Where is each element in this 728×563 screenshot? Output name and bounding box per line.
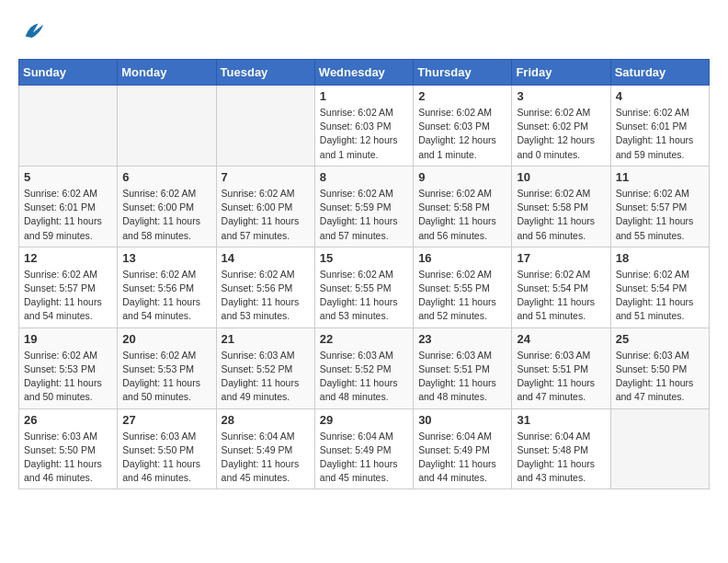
calendar-table: SundayMondayTuesdayWednesdayThursdayFrid… — [18, 59, 710, 489]
page-header — [18, 18, 710, 44]
calendar-cell: 3Sunrise: 6:02 AMSunset: 6:02 PMDaylight… — [512, 86, 610, 167]
day-info: Sunrise: 6:02 AMSunset: 6:01 PMDaylight:… — [24, 187, 112, 243]
logo — [18, 18, 46, 44]
calendar-cell: 29Sunrise: 6:04 AMSunset: 5:49 PMDayligh… — [314, 408, 413, 489]
day-number: 10 — [517, 170, 605, 184]
calendar-cell: 1Sunrise: 6:02 AMSunset: 6:03 PMDaylight… — [314, 86, 413, 167]
calendar-cell: 9Sunrise: 6:02 AMSunset: 5:58 PMDaylight… — [414, 166, 512, 247]
day-info: Sunrise: 6:02 AMSunset: 6:00 PMDaylight:… — [122, 187, 210, 243]
day-info: Sunrise: 6:03 AMSunset: 5:51 PMDaylight:… — [418, 349, 506, 405]
day-number: 21 — [222, 332, 310, 346]
day-number: 4 — [616, 89, 704, 103]
calendar-header-saturday: Saturday — [610, 60, 709, 86]
day-number: 9 — [418, 170, 506, 184]
day-number: 29 — [320, 413, 408, 427]
day-number: 28 — [222, 413, 310, 427]
calendar-cell: 28Sunrise: 6:04 AMSunset: 5:49 PMDayligh… — [216, 408, 314, 489]
calendar-cell — [19, 86, 118, 167]
day-number: 22 — [320, 332, 408, 346]
calendar-week-1: 1Sunrise: 6:02 AMSunset: 6:03 PMDaylight… — [19, 86, 710, 167]
day-number: 5 — [24, 170, 112, 184]
day-info: Sunrise: 6:04 AMSunset: 5:49 PMDaylight:… — [320, 430, 408, 486]
day-number: 31 — [517, 413, 605, 427]
calendar-cell: 12Sunrise: 6:02 AMSunset: 5:57 PMDayligh… — [19, 247, 118, 327]
day-info: Sunrise: 6:02 AMSunset: 6:03 PMDaylight:… — [320, 106, 408, 162]
calendar-cell: 27Sunrise: 6:03 AMSunset: 5:50 PMDayligh… — [118, 408, 216, 489]
calendar-header-wednesday: Wednesday — [314, 60, 413, 86]
calendar-cell: 30Sunrise: 6:04 AMSunset: 5:49 PMDayligh… — [414, 408, 512, 489]
calendar-cell: 22Sunrise: 6:03 AMSunset: 5:52 PMDayligh… — [314, 327, 413, 408]
calendar-cell — [216, 86, 314, 167]
calendar-cell: 21Sunrise: 6:03 AMSunset: 5:52 PMDayligh… — [216, 327, 314, 408]
calendar-cell: 8Sunrise: 6:02 AMSunset: 5:59 PMDaylight… — [314, 166, 413, 247]
day-info: Sunrise: 6:02 AMSunset: 5:55 PMDaylight:… — [418, 268, 506, 324]
day-info: Sunrise: 6:02 AMSunset: 5:59 PMDaylight:… — [320, 187, 408, 243]
day-number: 3 — [517, 89, 605, 103]
day-number: 1 — [320, 89, 408, 103]
day-info: Sunrise: 6:03 AMSunset: 5:50 PMDaylight:… — [122, 430, 210, 486]
calendar-cell: 4Sunrise: 6:02 AMSunset: 6:01 PMDaylight… — [610, 86, 709, 167]
day-info: Sunrise: 6:03 AMSunset: 5:50 PMDaylight:… — [24, 430, 112, 486]
day-number: 24 — [517, 332, 605, 346]
day-number: 6 — [122, 170, 210, 184]
calendar-header-friday: Friday — [512, 60, 610, 86]
day-info: Sunrise: 6:03 AMSunset: 5:52 PMDaylight:… — [320, 349, 408, 405]
day-info: Sunrise: 6:02 AMSunset: 5:57 PMDaylight:… — [24, 268, 112, 324]
calendar-header-sunday: Sunday — [19, 60, 118, 86]
calendar-cell: 15Sunrise: 6:02 AMSunset: 5:55 PMDayligh… — [314, 247, 413, 327]
calendar-cell: 19Sunrise: 6:02 AMSunset: 5:53 PMDayligh… — [19, 327, 118, 408]
day-info: Sunrise: 6:02 AMSunset: 6:01 PMDaylight:… — [616, 106, 704, 162]
calendar-cell: 5Sunrise: 6:02 AMSunset: 6:01 PMDaylight… — [19, 166, 118, 247]
day-info: Sunrise: 6:02 AMSunset: 5:58 PMDaylight:… — [418, 187, 506, 243]
day-info: Sunrise: 6:02 AMSunset: 5:54 PMDaylight:… — [616, 268, 704, 324]
day-info: Sunrise: 6:03 AMSunset: 5:51 PMDaylight:… — [517, 349, 605, 405]
day-number: 25 — [616, 332, 704, 346]
day-number: 2 — [418, 89, 506, 103]
day-number: 27 — [122, 413, 210, 427]
logo-icon — [20, 18, 46, 44]
day-number: 26 — [24, 413, 112, 427]
calendar-week-2: 5Sunrise: 6:02 AMSunset: 6:01 PMDaylight… — [19, 166, 710, 247]
day-number: 23 — [418, 332, 506, 346]
day-info: Sunrise: 6:02 AMSunset: 6:02 PMDaylight:… — [517, 106, 605, 162]
calendar-cell: 25Sunrise: 6:03 AMSunset: 5:50 PMDayligh… — [610, 327, 709, 408]
day-info: Sunrise: 6:04 AMSunset: 5:49 PMDaylight:… — [222, 430, 310, 486]
day-info: Sunrise: 6:02 AMSunset: 6:00 PMDaylight:… — [222, 187, 310, 243]
calendar-cell: 13Sunrise: 6:02 AMSunset: 5:56 PMDayligh… — [118, 247, 216, 327]
calendar-header-tuesday: Tuesday — [216, 60, 314, 86]
calendar-header-row: SundayMondayTuesdayWednesdayThursdayFrid… — [19, 60, 710, 86]
day-info: Sunrise: 6:03 AMSunset: 5:52 PMDaylight:… — [222, 349, 310, 405]
day-number: 15 — [320, 251, 408, 265]
day-info: Sunrise: 6:04 AMSunset: 5:48 PMDaylight:… — [517, 430, 605, 486]
day-number: 17 — [517, 251, 605, 265]
calendar-cell: 17Sunrise: 6:02 AMSunset: 5:54 PMDayligh… — [512, 247, 610, 327]
day-number: 13 — [122, 251, 210, 265]
calendar-cell — [610, 408, 709, 489]
calendar-week-5: 26Sunrise: 6:03 AMSunset: 5:50 PMDayligh… — [19, 408, 710, 489]
calendar-week-3: 12Sunrise: 6:02 AMSunset: 5:57 PMDayligh… — [19, 247, 710, 327]
calendar-header-thursday: Thursday — [414, 60, 512, 86]
day-number: 30 — [418, 413, 506, 427]
day-info: Sunrise: 6:04 AMSunset: 5:49 PMDaylight:… — [418, 430, 506, 486]
calendar-cell: 18Sunrise: 6:02 AMSunset: 5:54 PMDayligh… — [610, 247, 709, 327]
calendar-cell: 20Sunrise: 6:02 AMSunset: 5:53 PMDayligh… — [118, 327, 216, 408]
calendar-cell: 26Sunrise: 6:03 AMSunset: 5:50 PMDayligh… — [19, 408, 118, 489]
day-info: Sunrise: 6:02 AMSunset: 5:57 PMDaylight:… — [616, 187, 704, 243]
day-number: 11 — [616, 170, 704, 184]
calendar-cell: 7Sunrise: 6:02 AMSunset: 6:00 PMDaylight… — [216, 166, 314, 247]
calendar-week-4: 19Sunrise: 6:02 AMSunset: 5:53 PMDayligh… — [19, 327, 710, 408]
calendar-cell: 2Sunrise: 6:02 AMSunset: 6:03 PMDaylight… — [414, 86, 512, 167]
day-number: 18 — [616, 251, 704, 265]
day-info: Sunrise: 6:02 AMSunset: 6:03 PMDaylight:… — [418, 106, 506, 162]
day-info: Sunrise: 6:02 AMSunset: 5:53 PMDaylight:… — [24, 349, 112, 405]
calendar-cell: 23Sunrise: 6:03 AMSunset: 5:51 PMDayligh… — [414, 327, 512, 408]
day-number: 14 — [222, 251, 310, 265]
day-info: Sunrise: 6:02 AMSunset: 5:56 PMDaylight:… — [122, 268, 210, 324]
day-number: 8 — [320, 170, 408, 184]
day-number: 19 — [24, 332, 112, 346]
calendar-cell: 6Sunrise: 6:02 AMSunset: 6:00 PMDaylight… — [118, 166, 216, 247]
calendar-cell: 11Sunrise: 6:02 AMSunset: 5:57 PMDayligh… — [610, 166, 709, 247]
calendar-cell: 16Sunrise: 6:02 AMSunset: 5:55 PMDayligh… — [414, 247, 512, 327]
day-number: 16 — [418, 251, 506, 265]
calendar-cell: 10Sunrise: 6:02 AMSunset: 5:58 PMDayligh… — [512, 166, 610, 247]
